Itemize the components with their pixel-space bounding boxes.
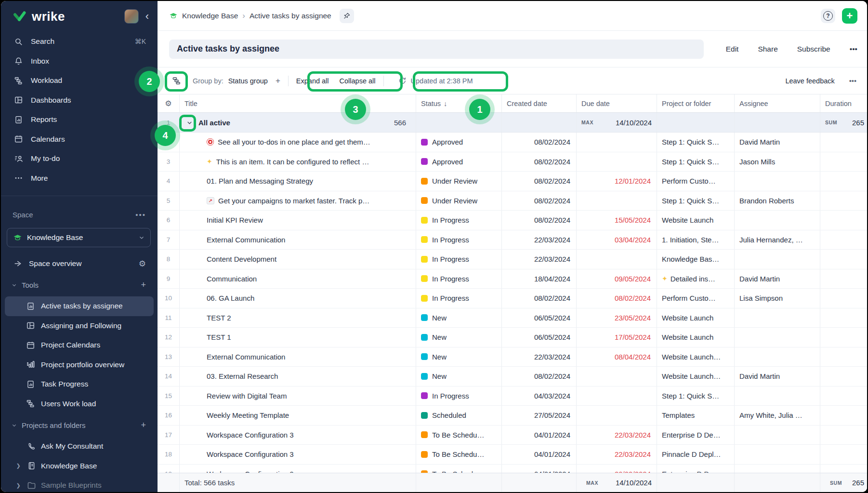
user-avatar[interactable] — [124, 9, 139, 24]
task-status-cell[interactable]: New — [416, 367, 502, 386]
task-title-cell[interactable]: External Communication — [180, 230, 416, 250]
column-header-created[interactable]: Created date — [502, 94, 577, 112]
assignee-cell[interactable]: Amy White, Julia … — [735, 406, 820, 425]
task-title-cell[interactable]: 06. GA Launch — [180, 289, 416, 308]
assignee-cell[interactable]: David Martin — [735, 133, 820, 152]
assignee-cell[interactable]: Lisa Simpson — [735, 289, 820, 308]
task-title-cell[interactable]: Initial KPI Review — [180, 211, 416, 230]
table-row[interactable]: 17 Workspace Configuration 3 To Be Sched… — [158, 426, 868, 445]
sidebar-item-calendars[interactable]: Calendars — [1, 130, 158, 149]
project-cell[interactable]: Templates — [657, 406, 735, 425]
sidebar-collapse-icon[interactable]: ‹ — [145, 11, 149, 22]
task-title-cell[interactable]: 03. External Research — [180, 367, 416, 386]
sidebar-item-inbox[interactable]: Inbox — [1, 52, 158, 71]
column-header-due[interactable]: Due date — [577, 94, 657, 112]
assignee-cell[interactable] — [735, 308, 820, 328]
task-title-cell[interactable]: Review with Digital Team — [180, 386, 416, 406]
task-title-cell[interactable]: 01. Plan and Messaging Strategy — [180, 172, 416, 191]
tools-section-header[interactable]: Tools + — [1, 273, 158, 296]
chevron-right-icon[interactable]: ❯ — [14, 482, 22, 489]
collapse-all-button[interactable]: Collapse all — [340, 77, 376, 85]
add-group-icon[interactable]: + — [276, 76, 280, 86]
chevron-right-icon[interactable]: ❯ — [14, 463, 22, 469]
table-row[interactable]: 18 Workspace Configuration 3 To Be Sched… — [158, 445, 868, 465]
sidebar-item-search[interactable]: Search ⌘K — [1, 32, 158, 52]
task-status-cell[interactable]: In Progress — [416, 230, 502, 250]
assignee-cell[interactable] — [735, 347, 820, 367]
task-title-cell[interactable]: ✦This is an item. It can be configured t… — [180, 152, 416, 172]
task-title-cell[interactable]: Workspace Configuration 3 — [180, 445, 416, 464]
project-cell[interactable]: Step 1: Quick S… — [657, 133, 735, 152]
sidebar-item-ask-my-consultant[interactable]: Ask My Consultant — [1, 437, 158, 456]
table-settings-cell[interactable]: ⚙ — [158, 94, 180, 112]
task-status-cell[interactable]: New — [416, 328, 502, 347]
wrike-logo[interactable]: wrike — [13, 9, 124, 24]
project-cell[interactable]: Website Launch… — [657, 347, 735, 367]
task-title-cell[interactable]: External Communication — [180, 347, 416, 367]
project-cell[interactable]: ✦Detailed ins… — [657, 269, 735, 289]
gear-icon[interactable]: ⚙ — [139, 259, 146, 269]
projects-section-header[interactable]: Projects and folders + — [1, 413, 158, 437]
breadcrumb-space[interactable]: Knowledge Base — [182, 12, 238, 20]
sidebar-item-space-overview[interactable]: Space overview ⚙ — [1, 254, 158, 273]
table-row[interactable]: 7 External Communication In Progress 22/… — [158, 230, 868, 250]
expand-all-button[interactable]: Expand all — [296, 77, 329, 85]
table-row[interactable]: 10 06. GA Launch In Progress 08/02/2024 … — [158, 289, 868, 308]
sidebar-item-project-portfolio-overview[interactable]: Project portfolio overview — [1, 355, 158, 375]
sidebar-item-users-work-load[interactable]: Users Work load — [1, 394, 158, 414]
subscribe-button[interactable]: Subscribe — [797, 45, 830, 53]
table-row[interactable]: 13 External Communication New 22/03/2024… — [158, 347, 868, 367]
edit-button[interactable]: Edit — [726, 45, 739, 53]
project-cell[interactable]: Website Launch — [657, 328, 735, 347]
assignee-cell[interactable] — [735, 250, 820, 269]
task-title-cell[interactable]: Workspace Configuration 3 — [180, 426, 416, 445]
assignee-cell[interactable]: Jason Mills — [735, 152, 820, 172]
project-cell[interactable]: Step 1: Quick S… — [657, 152, 735, 172]
project-cell[interactable]: Website Launch — [657, 308, 735, 328]
project-cell[interactable]: Website Launch… — [657, 367, 735, 386]
add-tool-icon[interactable]: + — [141, 280, 146, 290]
sidebar-item-active-tasks-by-assignee[interactable]: Active tasks by assignee — [5, 296, 154, 316]
table-row[interactable]: 16 Weekly Meeting Template Scheduled 27/… — [158, 406, 868, 426]
table-row[interactable]: 3 ✦This is an item. It can be configured… — [158, 152, 868, 172]
help-button[interactable]: ? — [821, 9, 835, 23]
table-row[interactable]: 12 TEST 1 New 06/05/2024 17/05/2024 Webs… — [158, 328, 868, 347]
sidebar-item-more[interactable]: More — [1, 169, 158, 188]
assignee-cell[interactable]: David Martin — [735, 269, 820, 289]
table-row[interactable]: 11 TEST 2 New 06/05/2024 23/05/2024 Webs… — [158, 308, 868, 328]
sidebar-item-workload[interactable]: Workload — [1, 71, 158, 91]
title-more-icon[interactable]: ••• — [850, 45, 857, 53]
space-selector[interactable]: Knowledge Base — [7, 228, 151, 247]
task-status-cell[interactable]: To Be Schedu… — [416, 445, 502, 464]
table-row[interactable]: 5 ↗Get your campaigns to market faster. … — [158, 191, 868, 211]
column-header-title[interactable]: Title — [180, 94, 416, 112]
sidebar-item-knowledge-base[interactable]: ❯ Knowledge Base — [1, 456, 158, 476]
task-status-cell[interactable]: In Progress — [416, 269, 502, 289]
table-row[interactable]: 15 Review with Digital Team In Progress … — [158, 386, 868, 406]
task-title-cell[interactable]: Communication — [180, 269, 416, 289]
task-title-cell[interactable]: ↗Get your campaigns to market faster. Tr… — [180, 191, 416, 211]
project-cell[interactable]: Website Launch — [657, 211, 735, 230]
project-cell[interactable]: 1. Initiation, Ste… — [657, 230, 735, 250]
assignee-cell[interactable] — [735, 426, 820, 445]
task-title-cell[interactable]: TEST 1 — [180, 328, 416, 347]
table-row[interactable]: 6 Initial KPI Review In Progress 08/02/2… — [158, 211, 868, 230]
breadcrumb-page[interactable]: Active tasks by assignee — [250, 12, 331, 20]
project-cell[interactable]: Step 1: Quick S… — [657, 386, 735, 406]
sidebar-item-task-progress[interactable]: Task Progress — [1, 374, 158, 394]
task-status-cell[interactable]: In Progress — [416, 289, 502, 308]
task-status-cell[interactable]: Under Review — [416, 191, 502, 211]
table-row[interactable]: 2 See all your to-dos in one place and g… — [158, 133, 868, 152]
task-status-cell[interactable]: In Progress — [416, 211, 502, 230]
group-collapse-icon[interactable] — [184, 117, 195, 128]
create-button[interactable]: + — [842, 8, 857, 24]
project-cell[interactable]: Step 1: Quick S… — [657, 191, 735, 211]
sidebar-item-reports[interactable]: Reports — [1, 110, 158, 130]
pin-icon[interactable] — [340, 9, 354, 23]
column-header-assignee[interactable]: Assignee — [735, 94, 820, 112]
project-cell[interactable]: Perform Custo… — [657, 172, 735, 191]
assignee-cell[interactable] — [735, 172, 820, 191]
sidebar-item-project-calendars[interactable]: Project Calendars — [1, 335, 158, 355]
task-status-cell[interactable]: New — [416, 308, 502, 328]
assignee-cell[interactable] — [735, 386, 820, 406]
